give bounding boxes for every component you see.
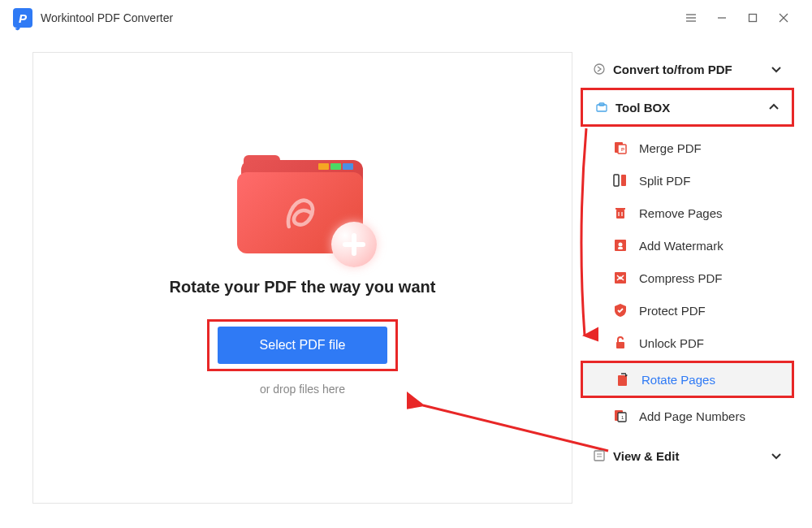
tool-rotate-pages[interactable]: Rotate Pages [581, 361, 794, 398]
section-view-edit[interactable]: View & Edit [581, 439, 794, 473]
svg-rect-22 [618, 247, 623, 249]
shield-icon [611, 302, 629, 318]
svg-point-21 [619, 243, 623, 247]
page-numbers-icon: 1 [611, 408, 629, 424]
svg-rect-29 [594, 451, 604, 461]
select-pdf-highlight: Select PDF file [207, 319, 399, 371]
tool-add-watermark[interactable]: Add Watermark [581, 229, 794, 262]
svg-rect-14 [614, 175, 619, 186]
tool-label: Add Page Numbers [639, 409, 745, 423]
chevron-down-icon [770, 449, 783, 462]
tool-add-page-numbers[interactable]: 1 Add Page Numbers [581, 400, 794, 432]
chevron-down-icon [770, 63, 783, 76]
tool-label: Split PDF [639, 174, 690, 188]
maximize-button[interactable] [737, 6, 768, 29]
toolbox-icon [594, 100, 609, 115]
tool-split-pdf[interactable]: Split PDF [581, 164, 794, 197]
unlock-icon [611, 335, 629, 351]
add-file-plus-icon [331, 222, 377, 267]
tool-label: Remove Pages [639, 206, 723, 220]
select-pdf-button[interactable]: Select PDF file [218, 327, 388, 364]
svg-rect-17 [615, 208, 625, 210]
rotate-icon [614, 371, 632, 387]
svg-rect-15 [621, 175, 626, 186]
main-heading: Rotate your PDF the way you want [170, 278, 436, 296]
pdf-folder-icon [237, 160, 367, 258]
watermark-icon [611, 237, 629, 253]
titlebar: P Workintool PDF Converter [0, 0, 812, 36]
tool-remove-pages[interactable]: Remove Pages [581, 197, 794, 229]
trash-icon [611, 205, 629, 221]
compress-icon [611, 270, 629, 286]
section-toolbox[interactable]: Tool BOX [581, 88, 794, 127]
tool-label: Rotate Pages [641, 373, 715, 387]
minimize-button[interactable] [706, 6, 737, 29]
section-view-edit-label: View & Edit [613, 449, 770, 463]
tool-merge-pdf[interactable]: P Merge PDF [581, 132, 794, 164]
tool-protect-pdf[interactable]: Protect PDF [581, 294, 794, 327]
section-convert[interactable]: Convert to/from PDF [581, 52, 794, 86]
svg-rect-24 [616, 342, 624, 348]
tool-unlock-pdf[interactable]: Unlock PDF [581, 327, 794, 359]
svg-text:P: P [621, 147, 624, 152]
tool-label: Add Watermark [639, 239, 723, 253]
close-button[interactable] [768, 6, 799, 29]
svg-rect-25 [618, 375, 627, 386]
chevron-up-icon [767, 101, 780, 114]
view-edit-icon [592, 448, 607, 463]
app-logo-icon: P [13, 8, 32, 28]
merge-icon: P [611, 140, 629, 156]
tool-label: Protect PDF [639, 304, 706, 318]
svg-point-8 [594, 64, 604, 74]
svg-rect-4 [749, 15, 757, 22]
tool-compress-pdf[interactable]: Compress PDF [581, 262, 794, 294]
convert-icon [592, 62, 607, 76]
tool-label: Merge PDF [639, 141, 702, 155]
menu-button[interactable] [676, 6, 706, 29]
sidebar: Convert to/from PDF Tool BOX P Merge PDF [581, 36, 804, 520]
tool-label: Unlock PDF [639, 336, 704, 350]
main-panel: Rotate your PDF the way you want Select … [32, 52, 572, 504]
svg-rect-16 [616, 210, 624, 219]
section-convert-label: Convert to/from PDF [613, 63, 770, 76]
drop-hint-text: or drop files here [260, 383, 345, 396]
split-icon [611, 172, 629, 188]
app-title: Workintool PDF Converter [41, 11, 173, 24]
section-toolbox-label: Tool BOX [615, 101, 767, 115]
tool-label: Compress PDF [639, 271, 723, 285]
